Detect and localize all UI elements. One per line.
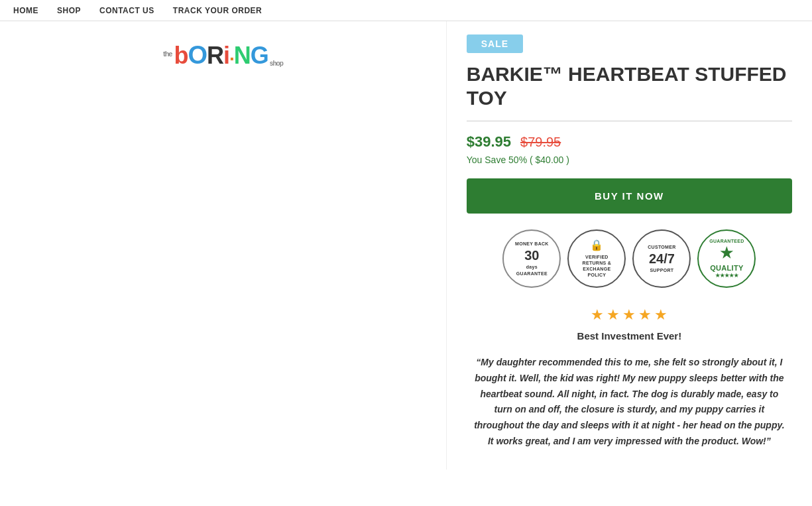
badge-q-stars: ★★★★★ — [715, 273, 738, 279]
nav-track[interactable]: TRACK YOUR ORDER — [173, 6, 262, 15]
logo-dot: · — [229, 48, 234, 70]
badge-mb-label2: GUARANTEE — [516, 271, 548, 277]
price-divider — [467, 121, 792, 121]
logo-letter-i: i — [223, 42, 229, 70]
logo: the b O R i · N G shop — [163, 41, 283, 70]
nav-shop[interactable]: SHOP — [57, 6, 81, 15]
review-text: “My daughter recommended this to me, she… — [467, 355, 792, 450]
star-1: ★ — [591, 306, 604, 324]
badge-money-back: MONEY BACK 30 days GUARANTEE — [502, 229, 561, 288]
product-title: BARKIE™ HEARTBEAT STUFFED TOY — [467, 62, 792, 110]
logo-the: the — [163, 50, 172, 58]
badge-v-label3: EXCHANGE — [583, 266, 610, 272]
logo-letter-n: N — [234, 42, 251, 70]
stars-row: ★ ★ ★ ★ ★ — [467, 306, 792, 324]
logo-area: the b O R i · N G shop — [0, 21, 446, 83]
badge-s-num: 24/7 — [649, 250, 675, 267]
page-container: the b O R i · N G shop SALE BARKIE™ HEAR… — [0, 21, 812, 470]
logo-letter-o1: O — [188, 41, 207, 70]
badge-v-label4: POLICY — [587, 272, 606, 278]
badge-verified: 🔒 VERIFIED RETURNS & EXCHANGE POLICY — [567, 229, 626, 288]
logo-letter-r: R — [207, 42, 223, 70]
badge-quality: GUARANTEED ★ QUALITY ★★★★★ — [697, 229, 756, 288]
star-3: ★ — [622, 306, 636, 324]
nav-contact[interactable]: CONTACT US — [99, 6, 154, 15]
badge-mb-label1: MONEY BACK — [515, 241, 549, 247]
logo-shop: shop — [270, 60, 283, 67]
price-original: $79.95 — [520, 135, 561, 150]
sale-badge: SALE — [467, 34, 523, 53]
product-image-area: the b O R i · N G shop — [0, 21, 447, 470]
product-details: SALE BARKIE™ HEARTBEAT STUFFED TOY $39.9… — [447, 21, 812, 470]
badge-v-label1: VERIFIED — [585, 254, 609, 260]
star-4: ★ — [638, 306, 652, 324]
badge-mb-days: days — [526, 264, 538, 270]
badge-support: CUSTOMER 24/7 SUPPORT — [632, 229, 691, 288]
badge-mb-num: 30 — [524, 247, 539, 264]
main-nav: HOME SHOP CONTACT US TRACK YOUR ORDER — [0, 0, 812, 21]
badge-s-label2: SUPPORT — [650, 267, 673, 273]
star-2: ★ — [607, 306, 620, 324]
logo-letter-g: G — [251, 42, 268, 70]
badge-v-label2: RETURNS & — [583, 260, 612, 266]
logo-letter-b: b — [174, 42, 188, 70]
review-title: Best Investment Ever! — [467, 330, 792, 342]
savings-text: You Save 50% ( $40.00 ) — [467, 155, 792, 165]
star-5: ★ — [654, 306, 667, 324]
price-row: $39.95 $79.95 — [467, 133, 792, 151]
nav-home[interactable]: HOME — [13, 6, 38, 15]
badge-q-label2: QUALITY — [710, 263, 743, 273]
badge-q-star: ★ — [720, 244, 733, 263]
lock-icon: 🔒 — [590, 239, 603, 253]
price-current: $39.95 — [467, 133, 511, 151]
badge-q-label1: GUARANTEED — [709, 238, 744, 244]
buy-button[interactable]: BUY IT NOW — [467, 178, 792, 214]
trust-badges: MONEY BACK 30 days GUARANTEE 🔒 VERIFIED … — [467, 229, 792, 288]
badge-s-label1: CUSTOMER — [648, 244, 675, 250]
